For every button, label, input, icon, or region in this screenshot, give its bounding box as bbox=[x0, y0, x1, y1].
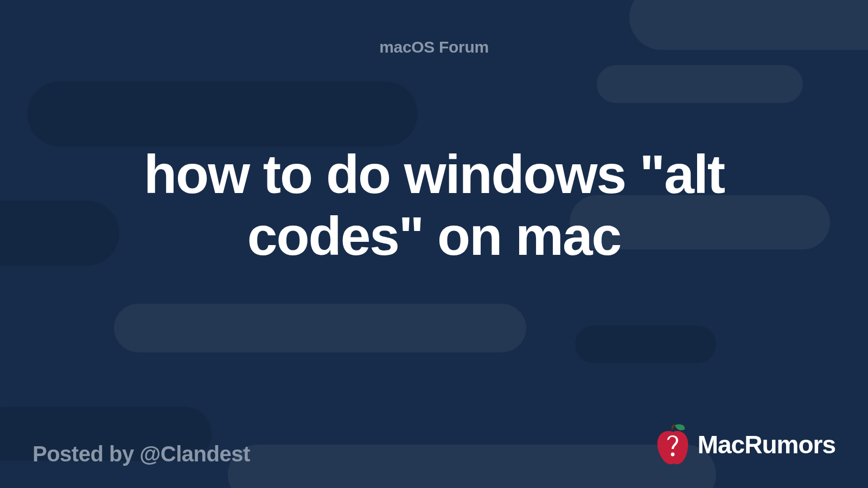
brand-logo: MacRumors bbox=[653, 423, 835, 466]
apple-icon bbox=[653, 423, 691, 466]
svg-point-0 bbox=[671, 453, 674, 457]
brand-name: MacRumors bbox=[698, 430, 835, 459]
posted-by: Posted by @Clandest bbox=[33, 442, 250, 466]
footer: Posted by @Clandest MacRumors bbox=[0, 401, 868, 488]
thread-title: how to do windows "alt codes" on mac bbox=[54, 143, 814, 267]
forum-label: macOS Forum bbox=[379, 38, 489, 56]
